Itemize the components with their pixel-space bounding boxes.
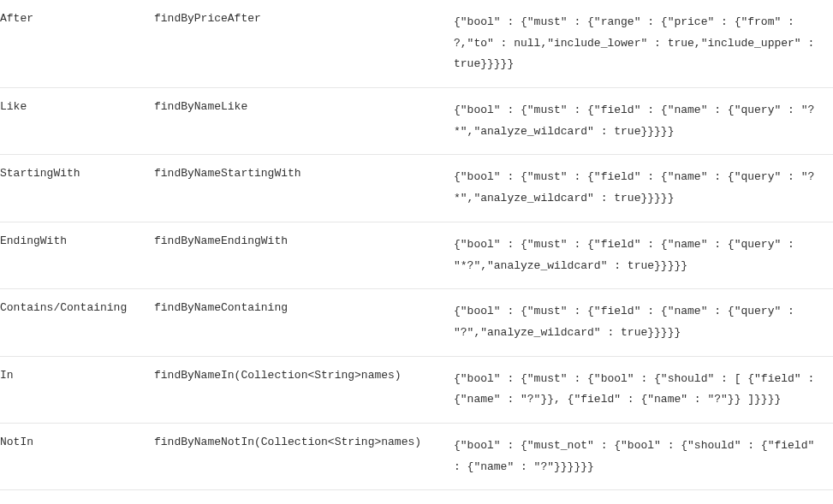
method-cell: findByNameEndingWith xyxy=(154,222,454,288)
keyword-cell: In xyxy=(0,356,154,423)
method-cell: findByNameIn(Collection<String>names) xyxy=(154,356,454,423)
keyword-cell: Near xyxy=(0,490,154,504)
query-cell: Not Supported Yet ! xyxy=(454,490,833,504)
method-cell: findByNameStartingWith xyxy=(154,155,454,222)
query-cell: {"bool" : {"must" : {"field" : {"name" :… xyxy=(454,289,833,356)
keyword-cell: EndingWith xyxy=(0,222,154,288)
keyword-cell: NotIn xyxy=(0,423,154,489)
query-cell: {"bool" : {"must" : {"range" : {"price" … xyxy=(454,0,833,88)
query-cell: {"bool" : {"must_not" : {"bool" : {"shou… xyxy=(454,423,833,489)
query-cell: {"bool" : {"must" : {"field" : {"name" :… xyxy=(454,155,833,222)
query-cell: {"bool" : {"must" : {"field" : {"name" :… xyxy=(454,222,833,288)
table-row: InfindByNameIn(Collection<String>names){… xyxy=(0,356,833,423)
method-cell: findByNameLike xyxy=(154,88,454,155)
method-cell: findByStoreNear xyxy=(154,490,454,504)
method-cell: findByPriceAfter xyxy=(154,0,454,88)
keyword-reference-table: AfterfindByPriceAfter{"bool" : {"must" :… xyxy=(0,0,833,504)
query-cell: {"bool" : {"must" : {"field" : {"name" :… xyxy=(454,88,833,155)
table-row: AfterfindByPriceAfter{"bool" : {"must" :… xyxy=(0,0,833,88)
table-body: AfterfindByPriceAfter{"bool" : {"must" :… xyxy=(0,0,833,504)
table-row: Contains/ContainingfindByNameContaining{… xyxy=(0,289,833,356)
query-cell: {"bool" : {"must" : {"bool" : {"should" … xyxy=(454,356,833,423)
table-row: StartingWithfindByNameStartingWith{"bool… xyxy=(0,155,833,222)
table-row: EndingWithfindByNameEndingWith{"bool" : … xyxy=(0,222,833,288)
keyword-cell: After xyxy=(0,0,154,88)
method-cell: findByNameContaining xyxy=(154,289,454,356)
table-row: NotInfindByNameNotIn(Collection<String>n… xyxy=(0,423,833,489)
method-cell: findByNameNotIn(Collection<String>names) xyxy=(154,423,454,489)
table-row: LikefindByNameLike{"bool" : {"must" : {"… xyxy=(0,88,833,155)
table-row: NearfindByStoreNearNot Supported Yet ! xyxy=(0,490,833,504)
keyword-cell: StartingWith xyxy=(0,155,154,222)
keyword-cell: Like xyxy=(0,88,154,155)
keyword-cell: Contains/Containing xyxy=(0,289,154,356)
